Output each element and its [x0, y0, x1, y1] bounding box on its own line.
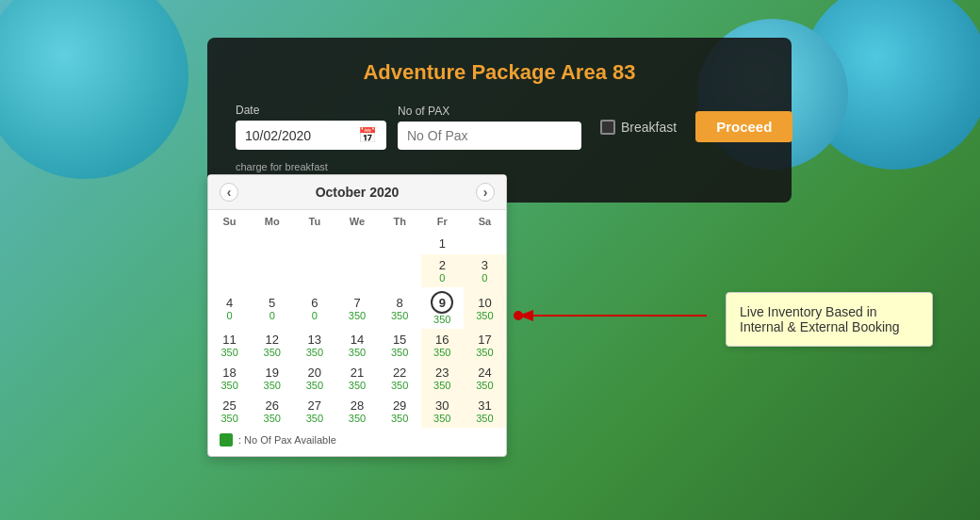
table-row[interactable]: 29350	[379, 395, 421, 428]
pax-label: No of PAX	[398, 105, 581, 118]
table-row[interactable]	[293, 254, 335, 287]
calendar-grid: Su Mo Tu We Th Fr Sa 1203040506073508350…	[208, 210, 506, 428]
table-row[interactable]: 24350	[464, 362, 506, 395]
calendar-header: ‹ October 2020 ›	[208, 175, 506, 210]
breakfast-note: charge for breakfast	[236, 157, 763, 174]
table-row[interactable]: 13350	[293, 329, 335, 362]
date-input-wrap[interactable]: 📅	[236, 121, 386, 150]
table-row[interactable]: 8350	[379, 287, 421, 329]
pax-field-group: No of PAX	[398, 105, 581, 150]
day-header-we: We	[335, 210, 378, 233]
calendar-empty-cell	[208, 233, 251, 254]
table-row[interactable]	[335, 254, 378, 287]
date-field-group: Date 📅	[236, 104, 386, 150]
pax-input[interactable]	[398, 122, 581, 150]
table-row[interactable]: 19350	[251, 362, 293, 395]
table-row[interactable]: 21350	[335, 362, 378, 395]
day-header-th: Th	[379, 210, 421, 233]
table-row[interactable]	[251, 254, 293, 287]
table-row[interactable]: 12350	[251, 329, 293, 362]
calendar-icon[interactable]: 📅	[358, 126, 377, 144]
calendar-week-2: 40506073508350935010350	[208, 287, 506, 329]
table-row[interactable]: 27350	[293, 395, 335, 428]
proceed-button[interactable]: Proceed	[695, 111, 792, 142]
table-row[interactable]: 20350	[293, 362, 335, 395]
table-row[interactable]: 17350	[464, 329, 506, 362]
table-row[interactable]: 16350	[421, 329, 464, 362]
day-header-fr: Fr	[421, 210, 464, 233]
calendar-week-4: 18350193502035021350223502335024350	[208, 362, 506, 395]
title-prefix: Adventure Package	[363, 60, 561, 84]
calendar-week-5: 25350263502735028350293503035031350	[208, 395, 506, 428]
table-row[interactable]: 15350	[379, 329, 421, 362]
breakfast-checkbox[interactable]	[600, 120, 615, 135]
table-row[interactable]: 26350	[251, 395, 293, 428]
date-input[interactable]	[245, 128, 358, 143]
table-row[interactable]	[379, 254, 421, 287]
table-row[interactable]: 7350	[335, 287, 378, 329]
table-row[interactable]: 10350	[464, 287, 506, 329]
calendar-popup: ‹ October 2020 › Su Mo Tu We Th Fr Sa 12…	[207, 174, 507, 457]
table-row[interactable]: 9350	[421, 287, 464, 329]
breakfast-wrap: Breakfast	[600, 120, 677, 135]
callout-box: Live Inventory Based in Internal & Exter…	[726, 292, 933, 347]
table-row[interactable]: 11350	[208, 329, 251, 362]
date-label: Date	[236, 104, 386, 117]
day-header-tu: Tu	[293, 210, 335, 233]
day-header-su: Su	[208, 210, 251, 233]
calendar-week-3: 11350123501335014350153501635017350	[208, 329, 506, 362]
table-row[interactable]: 40	[208, 287, 251, 329]
calendar-legend: : No Of Pax Available	[208, 428, 506, 447]
calendar-empty-cell	[379, 233, 421, 254]
table-row[interactable]: 25350	[208, 395, 251, 428]
calendar-empty-cell	[464, 233, 506, 254]
callout-text: Live Inventory Based in Internal & Exter…	[740, 304, 900, 334]
panel-title: Adventure Package Area 83	[236, 60, 763, 85]
calendar-header-row: Su Mo Tu We Th Fr Sa	[208, 210, 506, 233]
table-row[interactable]: 30350	[421, 395, 464, 428]
legend-green-icon	[220, 433, 233, 447]
breakfast-label: Breakfast	[621, 120, 677, 135]
table-row[interactable]: 20	[421, 254, 464, 287]
legend-text: : No Of Pax Available	[238, 434, 336, 446]
calendar-empty-cell	[335, 233, 378, 254]
table-row[interactable]: 1	[421, 233, 464, 254]
calendar-prev-button[interactable]: ‹	[220, 183, 238, 202]
table-row[interactable]: 14350	[335, 329, 378, 362]
table-row[interactable]: 30	[464, 254, 506, 287]
calendar-week-0: 1	[208, 233, 506, 254]
table-row[interactable]	[208, 254, 251, 287]
day-header-mo: Mo	[251, 210, 293, 233]
table-row[interactable]: 50	[251, 287, 293, 329]
day-header-sa: Sa	[464, 210, 506, 233]
table-row[interactable]: 31350	[464, 395, 506, 428]
booking-form-row: Date 📅 No of PAX Breakfast Proceed	[236, 104, 763, 150]
title-highlight: Area 83	[561, 60, 636, 84]
table-row[interactable]: 60	[293, 287, 335, 329]
calendar-empty-cell	[293, 233, 335, 254]
calendar-week-1: 2030	[208, 254, 506, 287]
calendar-next-button[interactable]: ›	[476, 183, 495, 202]
calendar-month-title: October 2020	[316, 185, 400, 200]
table-row[interactable]: 28350	[335, 395, 378, 428]
table-row[interactable]: 23350	[421, 362, 464, 395]
calendar-empty-cell	[251, 233, 293, 254]
table-row[interactable]: 18350	[208, 362, 251, 395]
table-row[interactable]: 22350	[379, 362, 421, 395]
